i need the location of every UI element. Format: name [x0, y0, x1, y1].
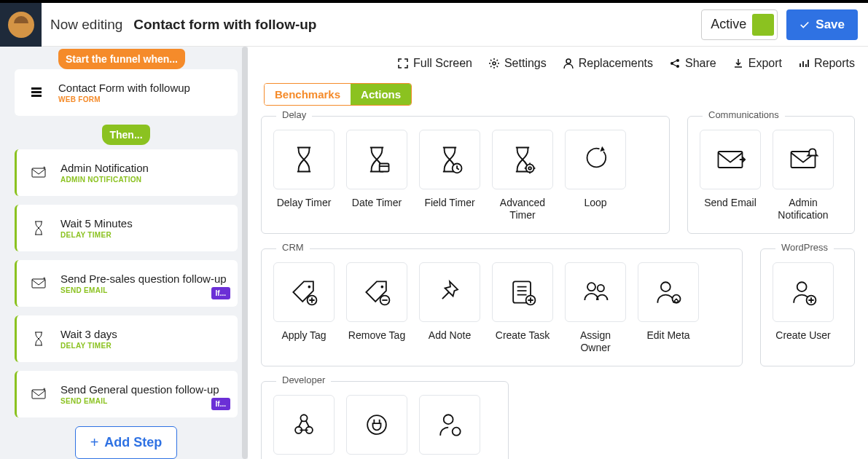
export-button[interactable]: Export	[732, 57, 782, 70]
group-legend: Developer	[276, 374, 331, 385]
replacements-button[interactable]: Replacements	[563, 57, 653, 70]
step-tag: ADMIN NOTIFICATION	[60, 176, 149, 184]
step-title: Wait 5 Minutes	[60, 217, 133, 230]
tile-create-user[interactable]: Create User	[773, 262, 834, 354]
tool-label: Settings	[504, 57, 547, 70]
tile-field-timer[interactable]: Field Timer	[419, 130, 480, 221]
tool-label: Replacements	[579, 57, 653, 70]
sidebar: Start the funnel when... Contact Form wi…	[0, 47, 248, 459]
plus-icon: +	[90, 434, 99, 451]
step-card[interactable]: Wait 3 days DELAY TIMER	[15, 315, 238, 362]
tile-create-task[interactable]: Create Task	[492, 262, 553, 354]
step-tag: DELAY TIMER	[60, 231, 133, 239]
save-button[interactable]: Save	[786, 9, 858, 40]
download-icon	[732, 58, 744, 69]
step-card[interactable]: Contact Form with followup WEB FORM	[15, 69, 238, 116]
group-legend: Delay	[276, 109, 312, 120]
step-card[interactable]: Wait 5 Minutes DELAY TIMER	[15, 205, 238, 251]
group-legend: CRM	[276, 242, 310, 253]
group-developer: Developer	[261, 381, 509, 459]
step-title: Admin Notification	[60, 162, 149, 174]
header: Now editing Contact form with follow-up …	[0, 3, 868, 47]
share-button[interactable]: Share	[669, 57, 716, 70]
tool-label: Export	[748, 57, 782, 70]
group-legend: WordPress	[775, 242, 834, 253]
svg-point-28	[566, 59, 571, 63]
tile-remove-tag[interactable]: Remove Tag	[346, 262, 407, 354]
envelope-icon	[27, 164, 50, 181]
hourglass-icon	[27, 330, 50, 348]
reports-button[interactable]: Reports	[798, 57, 855, 70]
tile-edit-meta[interactable]: Edit Meta	[638, 262, 699, 354]
group-communications: Communications Send Email Admin Notifica…	[687, 116, 855, 234]
status-dropdown[interactable]: Active	[701, 9, 778, 40]
step-title: Send Pre-sales question follow-up	[60, 272, 227, 285]
group-delay: Delay Delay Timer Date Timer Field Timer…	[261, 116, 670, 234]
settings-button[interactable]: Settings	[488, 57, 547, 70]
tabs: Benchmarks Actions	[264, 83, 412, 106]
content-toolbar: Full Screen Settings Replacements Share …	[261, 57, 855, 70]
tab-benchmarks[interactable]: Benchmarks	[265, 84, 351, 105]
add-step-button[interactable]: + Add Step	[75, 426, 178, 459]
now-editing-label: Now editing	[50, 17, 122, 33]
tile-admin-notification[interactable]: Admin Notification	[773, 130, 834, 221]
add-step-label: Add Step	[104, 435, 162, 450]
tool-label: Share	[685, 57, 716, 70]
tool-label: Full Screen	[413, 57, 472, 70]
tile-loop[interactable]: Loop	[565, 130, 626, 221]
status-color-swatch	[752, 14, 774, 36]
step-title: Contact Form with followup	[58, 82, 190, 94]
step-tag: DELAY TIMER	[60, 342, 117, 350]
share-icon	[669, 58, 681, 69]
tile-date-timer[interactable]: Date Timer	[346, 130, 407, 221]
if-badge[interactable]: If...	[211, 287, 230, 299]
step-tag: WEB FORM	[58, 95, 190, 103]
step-card[interactable]: Admin Notification ADMIN NOTIFICATION	[15, 149, 238, 196]
step-tag: SEND EMAIL	[60, 397, 219, 405]
fullscreen-icon	[397, 58, 409, 69]
gear-icon	[488, 58, 500, 69]
tile-user-gear[interactable]	[419, 395, 480, 455]
tab-actions[interactable]: Actions	[351, 84, 411, 105]
envelope-icon	[27, 385, 50, 403]
start-ribbon: Start the funnel when...	[58, 49, 185, 69]
page-title: Contact form with follow-up	[133, 17, 701, 33]
tile-webhook[interactable]	[273, 395, 335, 455]
step-card[interactable]: Send General question follow-up SEND EMA…	[15, 371, 238, 417]
then-ribbon: Then...	[102, 125, 149, 145]
group-wordpress: WordPress Create User	[760, 248, 855, 366]
svg-point-27	[493, 62, 496, 65]
tile-delay-timer[interactable]: Delay Timer	[273, 130, 335, 221]
if-badge[interactable]: If...	[211, 398, 230, 410]
save-label: Save	[816, 17, 845, 32]
tile-advanced-timer[interactable]: Advanced Timer	[492, 130, 553, 221]
step-title: Send General question follow-up	[60, 383, 219, 396]
envelope-icon	[27, 275, 50, 292]
group-crm: CRM Apply Tag Remove Tag Add Note Create…	[261, 248, 743, 366]
step-title: Wait 3 days	[60, 328, 117, 340]
step-tag: SEND EMAIL	[60, 286, 227, 294]
webform-icon	[25, 84, 48, 101]
tile-plugin[interactable]	[346, 395, 407, 455]
status-label: Active	[711, 17, 746, 32]
user-icon	[563, 58, 574, 69]
tile-apply-tag[interactable]: Apply Tag	[273, 262, 335, 354]
tile-send-email[interactable]: Send Email	[700, 130, 761, 221]
chart-icon	[798, 58, 810, 69]
hourglass-icon	[27, 219, 50, 237]
tile-assign-owner[interactable]: Assign Owner	[565, 262, 626, 354]
step-card[interactable]: Send Pre-sales question follow-up SEND E…	[15, 260, 238, 307]
group-legend: Communications	[703, 109, 785, 120]
app-logo	[0, 3, 42, 47]
content: Full Screen Settings Replacements Share …	[248, 47, 868, 459]
fullscreen-button[interactable]: Full Screen	[397, 57, 472, 70]
check-icon	[799, 20, 810, 30]
tool-label: Reports	[814, 57, 855, 70]
tile-add-note[interactable]: Add Note	[419, 262, 480, 354]
